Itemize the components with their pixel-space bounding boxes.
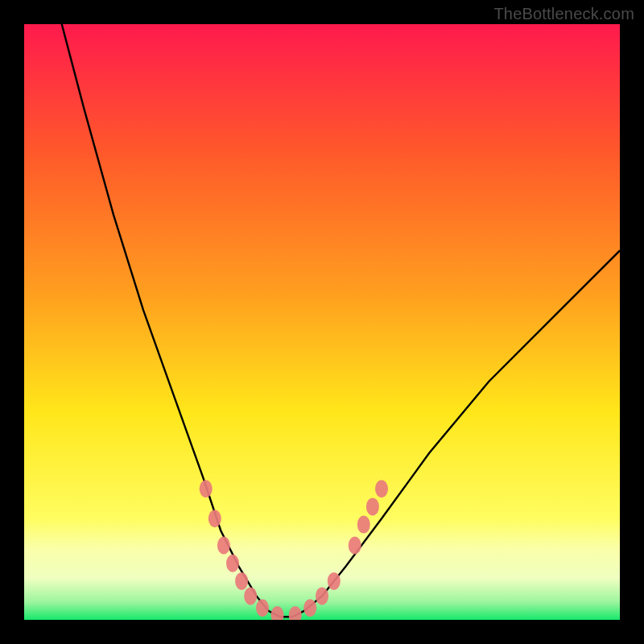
- curve-marker: [349, 537, 361, 555]
- curve-marker: [200, 480, 213, 497]
- curve-marker: [289, 606, 302, 620]
- curve-marker: [208, 510, 221, 527]
- curve-marker: [217, 537, 230, 555]
- curve-marker: [235, 572, 248, 590]
- curve-marker: [271, 606, 284, 620]
- curve-marker: [256, 599, 269, 617]
- curve-marker: [226, 555, 239, 572]
- chart-frame: TheBottleneck.com: [0, 0, 644, 644]
- curve-marker: [316, 587, 328, 605]
- curve-marker: [357, 516, 370, 534]
- curve-marker: [303, 599, 316, 617]
- curve-marker: [328, 572, 341, 590]
- curve-layer: [24, 24, 620, 620]
- watermark-text: TheBottleneck.com: [493, 5, 634, 23]
- plot-area: [24, 24, 620, 620]
- curve-marker: [375, 480, 388, 497]
- curve-marker: [366, 497, 379, 515]
- bottleneck-curve: [24, 24, 620, 617]
- curve-markers: [200, 480, 388, 620]
- curve-marker: [244, 587, 257, 605]
